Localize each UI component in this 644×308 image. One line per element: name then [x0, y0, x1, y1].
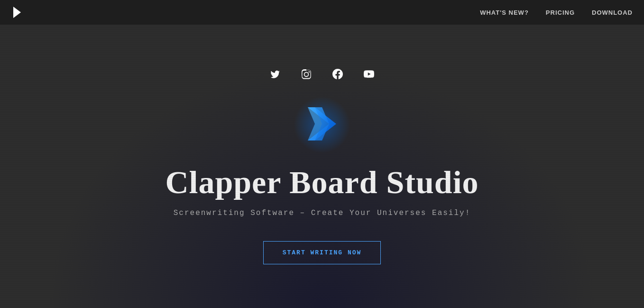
- twitter-icon[interactable]: [270, 69, 280, 81]
- youtube-icon[interactable]: [364, 69, 374, 81]
- app-logo-container: [298, 100, 346, 149]
- cta-button[interactable]: START WRITING NOW: [263, 241, 381, 264]
- social-icons-row: [270, 69, 374, 81]
- svg-marker-0: [13, 7, 21, 18]
- app-title: Clapper Board Studio: [165, 164, 478, 201]
- facebook-icon[interactable]: [332, 69, 343, 81]
- nav-download[interactable]: DOWNLOAD: [592, 9, 633, 16]
- app-subtitle: Screenwriting Software – Create Your Uni…: [174, 209, 470, 217]
- navbar-links: WHAT'S NEW? PRICING DOWNLOAD: [480, 9, 633, 16]
- nav-whats-new[interactable]: WHAT'S NEW?: [480, 9, 529, 16]
- hero-section: Clapper Board Studio Screenwriting Softw…: [0, 25, 644, 308]
- nav-pricing[interactable]: PRICING: [546, 9, 575, 16]
- logo[interactable]: [11, 5, 27, 20]
- app-logo-icon: [298, 100, 346, 148]
- navbar: WHAT'S NEW? PRICING DOWNLOAD: [0, 0, 644, 25]
- instagram-icon[interactable]: [301, 69, 312, 81]
